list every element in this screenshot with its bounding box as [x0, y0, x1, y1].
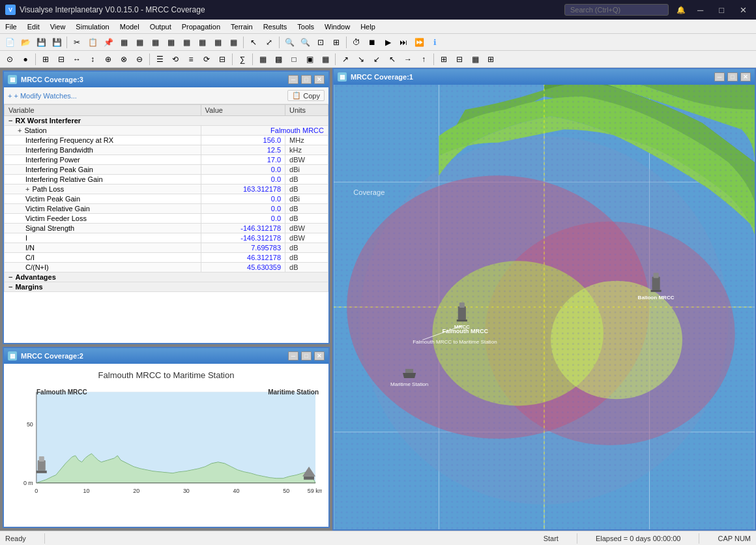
tb-r2[interactable]: ●: [18, 53, 33, 66]
tb-r3[interactable]: ⊞: [38, 53, 53, 66]
tb-r4[interactable]: ⊟: [54, 53, 68, 66]
expand-icon[interactable]: +: [25, 185, 29, 193]
svg-text:Balloon MRCC: Balloon MRCC: [638, 295, 675, 301]
tb-r29[interactable]: ▦: [468, 53, 482, 66]
table-scroll[interactable]: Variable Value Units −RX Worst Interfere…: [4, 104, 328, 292]
tb-r5[interactable]: ↔: [70, 53, 84, 66]
tb-r12[interactable]: ≡: [184, 53, 198, 66]
title-search-input[interactable]: [564, 4, 669, 16]
map-close[interactable]: ✕: [740, 72, 751, 81]
copy-button[interactable]: 📋 Copy: [287, 90, 325, 101]
menu-terrain[interactable]: Terrain: [225, 20, 258, 33]
tb-b7[interactable]: ▦: [211, 36, 225, 49]
tb-r16[interactable]: ▦: [255, 53, 270, 66]
tb-zoom-fit[interactable]: ⊡: [313, 36, 328, 49]
tb-paste[interactable]: 📌: [101, 36, 115, 49]
tb-r19[interactable]: ▣: [302, 53, 317, 66]
tb-save[interactable]: 💾: [34, 36, 48, 49]
menu-help[interactable]: Help: [355, 20, 381, 33]
menu-results[interactable]: Results: [258, 20, 293, 33]
map-minimize[interactable]: ─: [714, 72, 725, 81]
coverage3-minimize[interactable]: ─: [288, 75, 298, 84]
tb-r24[interactable]: ↖: [385, 53, 400, 66]
tb-r9[interactable]: ⊖: [132, 53, 147, 66]
minimize-button[interactable]: ─: [693, 4, 707, 16]
close-button[interactable]: ✕: [736, 4, 751, 16]
tb-open[interactable]: 📂: [18, 36, 33, 49]
menu-view[interactable]: View: [45, 20, 71, 33]
menu-model[interactable]: Model: [115, 20, 145, 33]
tb-b8[interactable]: ▦: [226, 36, 240, 49]
map-svg-container[interactable]: MRCC Falmouth MRCC Falmouth MRCC to Mari…: [334, 85, 755, 529]
tb-select[interactable]: ⤢: [262, 36, 276, 49]
maximize-button[interactable]: □: [715, 4, 728, 16]
map-maximize[interactable]: □: [727, 72, 738, 81]
svg-rect-50: [654, 273, 659, 278]
tb-clock[interactable]: ⏱: [349, 36, 364, 49]
tb-arrow[interactable]: ↖: [246, 36, 261, 49]
row-unit: dBW: [285, 155, 328, 165]
tb-b6[interactable]: ▦: [195, 36, 209, 49]
tb-r22[interactable]: ↘: [354, 53, 368, 66]
expand-icon[interactable]: −: [8, 273, 12, 281]
expand-icon[interactable]: +: [18, 126, 22, 134]
tb-r17[interactable]: ▩: [271, 53, 285, 66]
coverage2-close[interactable]: ✕: [314, 351, 325, 361]
tb-r1[interactable]: ⊙: [3, 53, 17, 66]
tb-r8[interactable]: ⊗: [117, 53, 131, 66]
notification-icon: 🔔: [676, 6, 686, 14]
coverage3-maximize[interactable]: □: [301, 75, 312, 84]
tb-r26[interactable]: ↑: [416, 53, 431, 66]
tb-copy[interactable]: 📋: [85, 36, 100, 49]
svg-rect-41: [334, 85, 755, 529]
menu-propagation[interactable]: Propagation: [177, 20, 225, 33]
coverage2-maximize[interactable]: □: [301, 351, 312, 361]
tb-info[interactable]: ℹ: [428, 36, 442, 49]
table-row: Victim Peak Gain 0.0 dBi: [5, 194, 328, 204]
menu-window[interactable]: Window: [319, 20, 355, 33]
tb-r30[interactable]: ⊞: [484, 53, 498, 66]
tb-r21[interactable]: ↗: [338, 53, 353, 66]
tb-r25[interactable]: →: [401, 53, 415, 66]
tb-new[interactable]: 📄: [3, 36, 17, 49]
coverage2-minimize[interactable]: ─: [288, 351, 298, 361]
menu-file[interactable]: File: [0, 20, 22, 33]
tb-b1[interactable]: ▦: [117, 36, 131, 49]
tb-r20[interactable]: ▦: [318, 53, 332, 66]
tb-save2[interactable]: 💾: [50, 36, 64, 49]
add-watches-button[interactable]: + + Modify Watches...: [8, 92, 77, 100]
svg-text:59 km: 59 km: [308, 488, 322, 494]
tb-b2[interactable]: ▦: [132, 36, 147, 49]
expand-icon[interactable]: −: [8, 283, 12, 291]
tb-b3[interactable]: ▦: [148, 36, 162, 49]
tb-skip[interactable]: ⏭: [396, 36, 411, 49]
menu-tools[interactable]: Tools: [292, 20, 319, 33]
row-label: I/N: [5, 243, 201, 253]
tb-r10[interactable]: ☰: [153, 53, 167, 66]
tb-fast[interactable]: ⏩: [412, 36, 426, 49]
tb-r11[interactable]: ⟲: [168, 53, 182, 66]
tb-r15[interactable]: ∑: [235, 53, 250, 66]
tb-stop[interactable]: ⏹: [365, 36, 379, 49]
menu-edit[interactable]: Edit: [22, 20, 45, 33]
tb-zoom-out[interactable]: 🔍: [298, 36, 312, 49]
tb-r23[interactable]: ↙: [370, 53, 384, 66]
tb-zoom-in[interactable]: 🔍: [282, 36, 297, 49]
tb-b4[interactable]: ▦: [164, 36, 178, 49]
menu-simulation[interactable]: Simulation: [70, 20, 114, 33]
coverage3-close[interactable]: ✕: [314, 75, 325, 84]
tb-play[interactable]: ▶: [381, 36, 395, 49]
menu-output[interactable]: Output: [145, 20, 177, 33]
tb-r13[interactable]: ⟳: [199, 53, 214, 66]
tb-zoom-rect[interactable]: ⊞: [329, 36, 343, 49]
tb-r7[interactable]: ⊕: [101, 53, 115, 66]
expand-icon[interactable]: −: [8, 117, 12, 125]
tb-r14[interactable]: ⊟: [215, 53, 229, 66]
tb-b5[interactable]: ▦: [179, 36, 194, 49]
tb-r28[interactable]: ⊟: [452, 53, 467, 66]
tb-r27[interactable]: ⊞: [437, 53, 451, 66]
tb-cut[interactable]: ✂: [70, 36, 84, 49]
tb-r18[interactable]: □: [287, 53, 301, 66]
coverage3-icon: ▦: [8, 75, 17, 84]
tb-r6[interactable]: ↕: [85, 53, 100, 66]
